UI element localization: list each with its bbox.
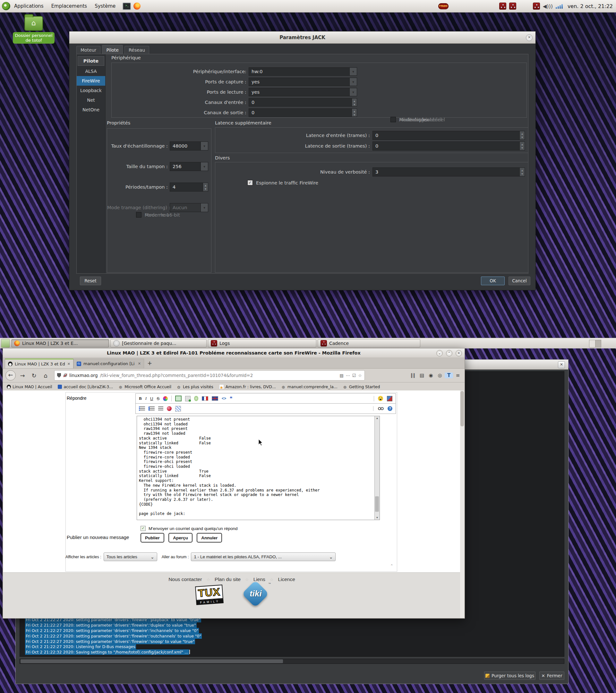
snoop-checkbox[interactable]: ✓ — [247, 180, 253, 185]
menu-icon[interactable]: ≡ — [454, 373, 462, 378]
browser-tab[interactable]: Linux MAO | LZK 3 et Edi ✕ — [5, 359, 74, 368]
numbered-list-icon[interactable] — [148, 407, 155, 411]
jack-tray-icon[interactable] — [533, 3, 540, 9]
bookmark-item[interactable]: manuel:comprendre_la... — [282, 384, 338, 389]
field-control[interactable]: 0 — [249, 98, 357, 106]
purge-logs-button[interactable]: Purger tous les logs — [484, 672, 535, 680]
email-notify-checkbox[interactable]: ✓ — [141, 526, 146, 531]
field-control[interactable]: 0 — [249, 108, 357, 117]
ok-button[interactable]: OK — [481, 277, 505, 285]
cancel-button[interactable]: Cancel — [509, 277, 530, 285]
help-icon[interactable]: ? — [388, 406, 392, 411]
home-button[interactable]: ⌂ — [41, 372, 51, 379]
sidebar-driver-item[interactable]: Net — [77, 95, 105, 105]
bullet-list-icon[interactable] — [139, 407, 145, 411]
field-control[interactable]: 0 — [373, 141, 525, 151]
terminal-launcher-icon[interactable] — [123, 3, 131, 10]
footer-link[interactable]: Nous contacter — [168, 576, 202, 582]
tiki-logo[interactable]: tiki ™ — [241, 580, 270, 609]
menu-systeme[interactable]: Système — [91, 0, 119, 12]
preview-button[interactable]: Aperçu — [168, 533, 193, 542]
library-icon[interactable]: ∥∥ — [409, 373, 417, 378]
reload-button[interactable]: ↻ — [29, 372, 39, 379]
distro-logo-icon[interactable] — [2, 2, 10, 10]
bookmark-item[interactable]: Linux MAO | Accueil — [7, 384, 52, 389]
tab-close-icon[interactable]: ✕ — [67, 362, 70, 366]
jack-tab[interactable]: Moteur — [76, 46, 100, 54]
scroll-down-icon[interactable]: ▼ — [375, 516, 380, 520]
pocket-icon[interactable]: ☑ — [352, 373, 356, 378]
tab-close-icon[interactable]: ✕ — [138, 361, 141, 366]
bookmark-item[interactable]: Getting Started — [343, 384, 380, 389]
menu-emplacements[interactable]: Emplacements — [47, 0, 91, 12]
attach-file-icon[interactable] — [185, 396, 191, 401]
close-icon[interactable]: ✕ — [526, 34, 533, 41]
underline-icon[interactable]: U — [150, 396, 153, 401]
tuxfamily-logo[interactable]: TUX FAMILY — [195, 585, 224, 605]
close-icon[interactable]: ✕ — [558, 361, 565, 368]
color-palette-icon[interactable] — [163, 396, 168, 401]
page-actions-icon[interactable]: ⋯ — [346, 373, 350, 378]
reader-mode-icon[interactable]: ▤ — [339, 373, 343, 378]
browser-tab[interactable]: manuel:configuration [Li ✕ — [74, 359, 144, 368]
back-button[interactable]: ← — [5, 370, 16, 380]
jack-tray-icon[interactable] — [509, 3, 516, 9]
taskbar-window-button[interactable]: [Gestionnaire de paqu... — [111, 339, 206, 348]
field-control[interactable]: yes — [249, 78, 357, 86]
sidebar-driver-item[interactable]: Loopback — [77, 86, 105, 95]
sidebar-icon[interactable]: ▤ — [418, 373, 426, 378]
field-control[interactable]: yes — [249, 88, 357, 96]
field-control[interactable]: Aucun — [170, 203, 208, 212]
image-icon[interactable] — [175, 396, 182, 401]
sidebar-driver-item[interactable]: ALSA — [77, 66, 105, 76]
scroll-up-icon[interactable]: ▲ — [375, 416, 380, 420]
workspace-switcher[interactable] — [589, 340, 601, 348]
panel-clock[interactable]: ven. 2 oct., 21:22 — [565, 3, 613, 9]
align-icon[interactable] — [158, 407, 163, 411]
maximize-icon[interactable]: ⌃ — [446, 350, 452, 356]
separator[interactable] — [171, 396, 172, 401]
show-desktop-button[interactable] — [1, 339, 10, 348]
french-flag-icon[interactable] — [202, 396, 208, 401]
textarea-scrollbar[interactable]: ▲ ▼ — [374, 416, 380, 520]
upload-icon[interactable] — [194, 396, 198, 401]
log-horizontal-scrollbar[interactable] — [20, 659, 564, 664]
jack-tab[interactable]: Pilote — [102, 45, 123, 54]
uk-flag-icon[interactable] — [212, 396, 218, 401]
reset-button[interactable]: Reset — [80, 277, 101, 285]
strikethrough-icon[interactable]: S — [157, 396, 159, 401]
smiley-icon[interactable] — [378, 396, 383, 401]
taskbar-window-button[interactable]: Linux MAO | LZK 3 et E... — [11, 339, 109, 348]
network-signal-icon[interactable] — [556, 3, 563, 9]
device-checkbox[interactable]: Mesureur matériel — [391, 117, 442, 122]
bookmark-item[interactable]: accueil doc [LibraZiK-3... — [58, 384, 113, 389]
volume-icon[interactable]: ◀))) — [543, 3, 553, 9]
jack-dialog-titlebar[interactable]: Paramètres JACK ✕ — [69, 32, 535, 44]
close-icon[interactable]: ✕ — [456, 350, 462, 356]
footer-link[interactable]: Licence — [278, 576, 295, 582]
home-folder-desktop-icon[interactable]: Dossier personnel de totof — [13, 16, 55, 44]
bookmark-item[interactable]: Microsoft Office Accueil — [119, 384, 171, 389]
jack-tray-icon[interactable] — [499, 3, 506, 9]
sphere-icon[interactable] — [167, 406, 172, 411]
footer-link[interactable]: Plan du site — [215, 576, 241, 582]
field-control[interactable]: 48000 — [170, 141, 208, 151]
page-scrollbar[interactable] — [460, 391, 464, 618]
bold-icon[interactable]: B — [139, 396, 142, 401]
package-icon[interactable] — [387, 396, 392, 401]
firefox-titlebar[interactable]: Linux MAO | LZK 3 et Edirol FA-101 Probl… — [3, 349, 464, 357]
code-icon[interactable]: <> — [222, 396, 226, 401]
ffado-icon[interactable]: FFADO — [438, 3, 449, 9]
collapse-box-icon[interactable]: ⌃ — [390, 564, 393, 568]
taskbar-window-button[interactable]: Logs — [208, 339, 316, 348]
extension-icon[interactable]: ◎ — [436, 373, 444, 378]
bookmark-item[interactable]: Les plus visités — [177, 384, 213, 389]
hatch-icon[interactable] — [175, 406, 181, 412]
publish-button[interactable]: Publier — [141, 533, 164, 542]
firefox-launcher-icon[interactable] — [134, 3, 141, 9]
filter-select[interactable]: Tous les articles ⌄ — [104, 553, 157, 561]
properties-checkbox[interactable]: Forcer le 16-bit — [136, 212, 180, 218]
search-binoculars-icon[interactable]: OO — [378, 406, 383, 411]
container-tab-icon[interactable]: T — [445, 373, 453, 378]
italic-icon[interactable]: I — [145, 396, 146, 401]
